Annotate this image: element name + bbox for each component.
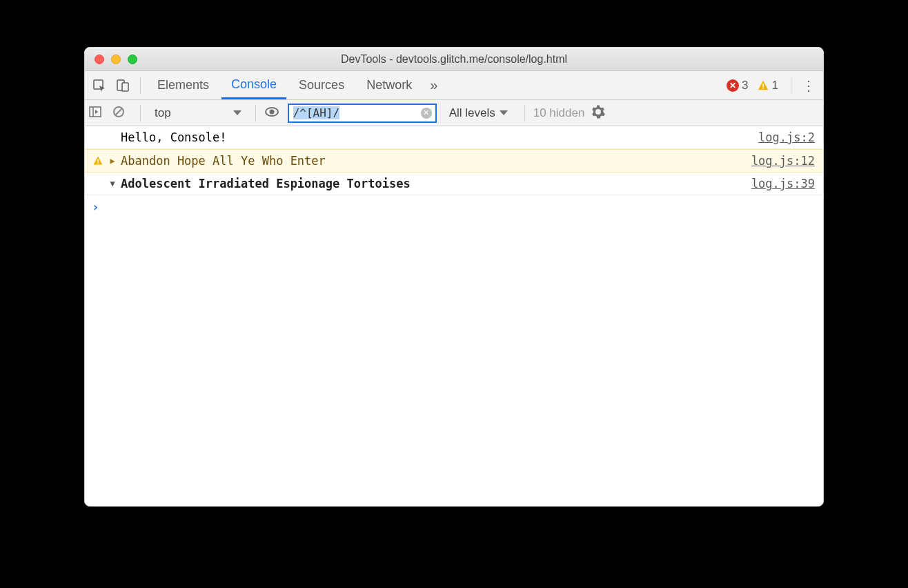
clear-filter-icon[interactable]: ✕ xyxy=(421,108,432,119)
svg-rect-2 xyxy=(122,83,128,91)
error-count: 3 xyxy=(742,79,748,92)
inspect-element-icon[interactable] xyxy=(89,75,110,96)
levels-label: All levels xyxy=(449,106,495,120)
zoom-window-button[interactable] xyxy=(128,55,137,64)
message-source-link[interactable]: log.js:2 xyxy=(758,130,815,144)
window-controls xyxy=(95,55,137,64)
svg-line-8 xyxy=(115,108,122,115)
log-levels-selector[interactable]: All levels xyxy=(449,106,508,120)
filter-value: /^[AH]/ xyxy=(293,106,339,119)
tabs-overflow-icon[interactable]: » xyxy=(424,71,443,99)
context-value: top xyxy=(155,106,171,120)
minimize-window-button[interactable] xyxy=(111,55,121,64)
toggle-device-icon[interactable] xyxy=(112,75,133,96)
hidden-count[interactable]: 10 hidden xyxy=(533,106,585,120)
window-title: DevTools - devtools.glitch.me/console/lo… xyxy=(85,53,823,66)
divider xyxy=(524,105,525,121)
error-icon: ✕ xyxy=(727,79,739,92)
tab-network[interactable]: Network xyxy=(357,71,422,99)
svg-rect-11 xyxy=(97,159,99,162)
titlebar: DevTools - devtools.glitch.me/console/lo… xyxy=(85,48,823,71)
tab-sources[interactable]: Sources xyxy=(289,71,354,99)
issue-counts[interactable]: ✕ 3 1 xyxy=(727,79,781,92)
message-source-link[interactable]: log.js:39 xyxy=(751,177,815,190)
console-toolbar: top /^[AH]/ ✕ All levels 10 hidden xyxy=(85,100,823,126)
svg-rect-4 xyxy=(762,87,764,88)
devtools-tabs: Elements Console Sources Network » ✕ 3 1… xyxy=(85,71,823,100)
svg-rect-3 xyxy=(762,84,764,87)
tab-console[interactable]: Console xyxy=(221,71,286,99)
divider xyxy=(140,105,141,121)
more-menu-icon[interactable]: ⋮ xyxy=(798,75,819,96)
console-prompt[interactable]: › xyxy=(85,195,823,218)
devtools-window: DevTools - devtools.glitch.me/console/lo… xyxy=(84,47,824,507)
svg-rect-12 xyxy=(97,162,99,164)
console-message[interactable]: Hello, Console! log.js:2 xyxy=(85,126,823,149)
message-text: Hello, Console! xyxy=(118,130,758,144)
disclosure-icon[interactable]: ▶ xyxy=(107,156,118,166)
message-text: Abandon Hope All Ye Who Enter xyxy=(118,154,751,168)
warning-icon xyxy=(757,79,769,92)
message-text: Adolescent Irradiated Espionage Tortoise… xyxy=(118,177,751,190)
divider xyxy=(255,105,256,121)
chevron-down-icon xyxy=(233,110,241,115)
divider xyxy=(791,77,791,94)
warning-count: 1 xyxy=(772,79,778,92)
console-message-warning[interactable]: ▶ Abandon Hope All Ye Who Enter log.js:1… xyxy=(85,149,823,173)
tab-elements[interactable]: Elements xyxy=(148,71,219,99)
message-gutter xyxy=(89,155,107,166)
console-messages: Hello, Console! log.js:2 ▶ Abandon Hope … xyxy=(85,126,823,506)
warning-icon xyxy=(92,155,103,166)
console-message-group[interactable]: ▼ Adolescent Irradiated Espionage Tortoi… xyxy=(85,173,823,195)
context-selector[interactable]: top xyxy=(149,104,247,122)
filter-input[interactable]: /^[AH]/ ✕ xyxy=(288,104,437,123)
message-source-link[interactable]: log.js:12 xyxy=(751,154,815,168)
console-settings-icon[interactable] xyxy=(591,105,611,121)
svg-point-10 xyxy=(269,109,274,114)
toggle-sidebar-icon[interactable] xyxy=(89,106,108,121)
divider xyxy=(140,77,141,94)
disclosure-icon[interactable]: ▼ xyxy=(107,179,118,188)
close-window-button[interactable] xyxy=(95,55,104,64)
chevron-down-icon xyxy=(500,110,508,115)
live-expression-icon[interactable] xyxy=(264,104,284,122)
clear-console-icon[interactable] xyxy=(112,106,132,121)
